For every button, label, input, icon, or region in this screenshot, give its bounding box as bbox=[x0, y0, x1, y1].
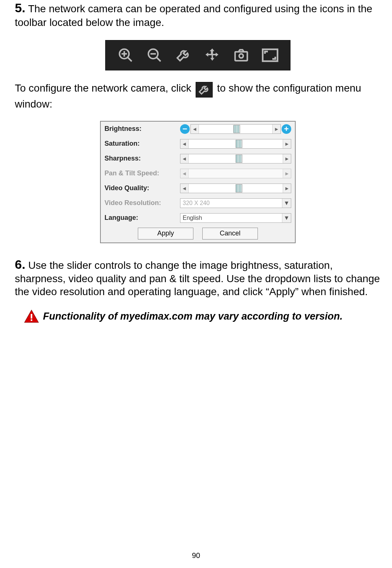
cancel-button[interactable]: Cancel bbox=[202, 228, 258, 240]
move-icon bbox=[201, 44, 223, 66]
arrow-left-icon: ◄ bbox=[180, 169, 189, 178]
camera-icon bbox=[230, 44, 252, 66]
label-saturation: Saturation: bbox=[104, 140, 180, 148]
language-select[interactable]: English ▼ bbox=[180, 213, 291, 223]
video-resolution-select: 320 X 240 ▼ bbox=[180, 198, 291, 208]
svg-point-3 bbox=[239, 54, 243, 58]
config-panel-figure: Brightness: − ◄ ► + Saturation: ◄ ► bbox=[15, 121, 381, 243]
arrow-left-icon[interactable]: ◄ bbox=[191, 125, 199, 133]
row-video-resolution: Video Resolution: 320 X 240 ▼ bbox=[101, 196, 295, 211]
arrow-right-icon[interactable]: ► bbox=[283, 139, 291, 148]
label-sharpness: Sharpness: bbox=[104, 155, 180, 162]
label-pan-tilt: Pan & Tilt Speed: bbox=[104, 169, 180, 177]
toolbar bbox=[105, 40, 290, 70]
chevron-down-icon: ▼ bbox=[282, 199, 291, 208]
zoom-in-icon bbox=[114, 44, 137, 66]
row-saturation: Saturation: ◄ ► bbox=[101, 136, 295, 151]
inline-wrench-icon bbox=[196, 82, 213, 98]
saturation-slider[interactable]: ◄ ► bbox=[180, 139, 291, 149]
config-buttons: Apply Cancel bbox=[101, 225, 295, 242]
arrow-left-icon[interactable]: ◄ bbox=[180, 184, 189, 193]
wrench-icon bbox=[172, 44, 195, 66]
page-number: 90 bbox=[0, 551, 392, 560]
svg-rect-6 bbox=[31, 319, 32, 321]
row-language: Language: English ▼ bbox=[101, 211, 295, 225]
arrow-left-icon[interactable]: ◄ bbox=[180, 154, 189, 163]
arrow-right-icon[interactable]: ► bbox=[283, 184, 291, 193]
step-6: 6. Use the slider controls to change the… bbox=[15, 257, 381, 298]
step-6-text: Use the slider controls to change the im… bbox=[15, 260, 380, 298]
warning-icon bbox=[24, 309, 39, 323]
arrow-right-icon[interactable]: ► bbox=[272, 125, 280, 133]
arrow-right-icon: ► bbox=[283, 169, 291, 178]
svg-rect-5 bbox=[31, 314, 32, 319]
apply-button[interactable]: Apply bbox=[138, 228, 193, 240]
chevron-down-icon[interactable]: ▼ bbox=[282, 214, 291, 222]
row-video-quality: Video Quality: ◄ ► bbox=[101, 181, 295, 196]
video-resolution-value: 320 X 240 bbox=[183, 200, 210, 207]
toolbar-figure bbox=[15, 40, 381, 70]
label-video-quality: Video Quality: bbox=[104, 184, 180, 192]
pan-tilt-slider: ◄ ► bbox=[180, 169, 291, 178]
language-value: English bbox=[183, 215, 202, 221]
zoom-out-icon bbox=[143, 44, 166, 66]
step-5: 5. The network camera can be operated an… bbox=[15, 0, 381, 29]
brightness-decrease-button[interactable]: − bbox=[180, 124, 190, 134]
label-video-resolution: Video Resolution: bbox=[104, 199, 180, 207]
step-6-number: 6. bbox=[15, 257, 25, 271]
row-sharpness: Sharpness: ◄ ► bbox=[101, 151, 295, 166]
note: Functionality of myedimax.com may vary a… bbox=[15, 309, 381, 323]
step-5-number: 5. bbox=[15, 1, 25, 15]
config-sentence-before: To configure the network camera, click bbox=[15, 82, 191, 94]
config-sentence: To configure the network camera, click t… bbox=[15, 82, 381, 110]
config-panel: Brightness: − ◄ ► + Saturation: ◄ ► bbox=[100, 121, 296, 243]
row-brightness: Brightness: − ◄ ► + bbox=[101, 122, 295, 136]
label-language: Language: bbox=[104, 214, 180, 222]
brightness-increase-button[interactable]: + bbox=[282, 124, 291, 134]
brightness-slider[interactable]: ◄ ► bbox=[190, 124, 281, 134]
label-brightness: Brightness: bbox=[104, 125, 180, 133]
step-5-text: The network camera can be operated and c… bbox=[15, 3, 372, 28]
row-pan-tilt: Pan & Tilt Speed: ◄ ► bbox=[101, 166, 295, 181]
sharpness-slider[interactable]: ◄ ► bbox=[180, 154, 291, 164]
arrow-right-icon[interactable]: ► bbox=[283, 154, 291, 163]
arrow-left-icon[interactable]: ◄ bbox=[180, 139, 189, 148]
fullscreen-icon bbox=[259, 44, 281, 66]
video-quality-slider[interactable]: ◄ ► bbox=[180, 184, 291, 193]
note-text: Functionality of myedimax.com may vary a… bbox=[43, 311, 343, 322]
